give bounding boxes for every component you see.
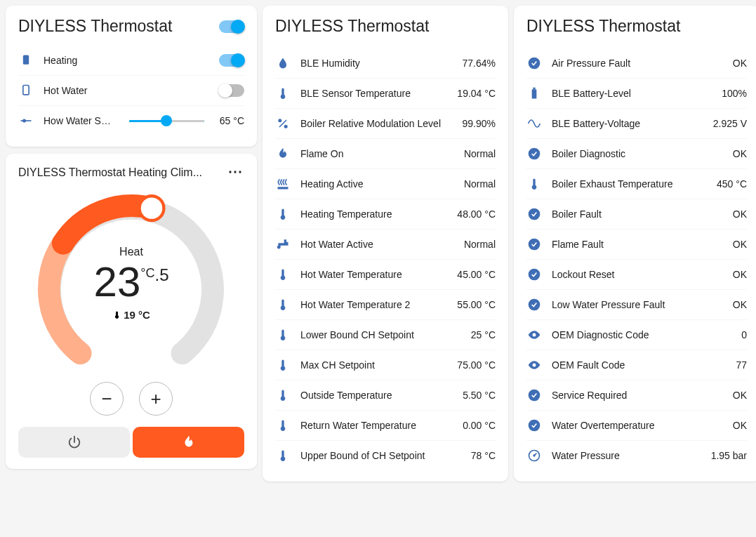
svg-point-19 <box>529 420 541 432</box>
sensor-row[interactable]: Water Pressure1.95 bar <box>526 440 747 470</box>
sensor-row[interactable]: BLE Battery-Level100% <box>526 78 747 108</box>
svg-rect-10 <box>533 88 535 90</box>
sensor-row[interactable]: BLE Humidity77.64% <box>275 48 496 78</box>
sensor-row[interactable]: Boiler FaultOK <box>526 199 747 229</box>
sensor-row[interactable]: BLE Sensor Temperature19.04 °C <box>275 78 496 108</box>
svg-point-5 <box>278 119 281 122</box>
sensor-row[interactable]: Boiler Exhaust Temperature450 °C <box>526 168 747 199</box>
slider-label: How Water Se... <box>44 115 114 126</box>
sensor-label: Boiler Relative Modulation Level <box>300 118 453 129</box>
device-filled-icon <box>18 53 34 68</box>
check-icon <box>526 387 542 403</box>
sensor-label: Max CH Setpoint <box>300 359 447 371</box>
sensor-row[interactable]: Max CH Setpoint75.00 °C <box>275 350 496 380</box>
svg-point-21 <box>533 454 535 456</box>
sensor-row[interactable]: OEM Diagnostic Code0 <box>526 319 747 350</box>
sensor-label: Heating Temperature <box>300 208 447 220</box>
sensor-value: 99.90% <box>463 118 496 129</box>
check-icon <box>526 146 542 161</box>
sensor-label: Flame Fault <box>552 239 723 250</box>
sensor-label: Flame On <box>300 148 454 159</box>
sensor-value: 77.64% <box>463 58 496 69</box>
hotwater-toggle[interactable] <box>219 84 244 97</box>
svg-point-16 <box>533 333 536 337</box>
sensor-label: Outside Temperature <box>300 390 453 401</box>
sensor-row[interactable]: Water OvertemperatureOK <box>526 410 747 440</box>
device-outline-icon <box>18 83 34 98</box>
switch-row: Hot Water <box>18 75 244 105</box>
sensor-row[interactable]: Upper Bound of CH Setpoint78 °C <box>275 440 496 470</box>
sensor-value: 450 °C <box>717 178 747 190</box>
power-mode-button[interactable] <box>18 427 130 458</box>
sensor-label: Water Pressure <box>552 450 701 461</box>
heating-toggle[interactable] <box>219 54 244 67</box>
sensor-row[interactable]: Return Water Temperature0.00 °C <box>275 410 496 440</box>
sensor-row[interactable]: Hot Water ActiveNormal <box>275 229 496 259</box>
master-toggle[interactable] <box>219 20 244 33</box>
sensor-label: Air Pressure Fault <box>552 58 723 69</box>
slider-value: 65 °C <box>220 115 244 126</box>
percent-icon <box>275 116 291 131</box>
sensor-value: OK <box>733 239 747 250</box>
sensor-value: OK <box>733 299 747 310</box>
sensor-row[interactable]: Lockout ResetOK <box>526 259 747 289</box>
flame-icon <box>275 146 291 161</box>
check-icon <box>526 55 542 71</box>
sensor-label: Water Overtemperature <box>552 420 723 431</box>
slider-icon <box>18 113 34 128</box>
sensor-value: OK <box>733 208 747 220</box>
battery-icon <box>526 86 542 101</box>
heat-mode-button[interactable] <box>133 427 244 458</box>
sensor-row[interactable]: BLE Battery-Voltage2.925 V <box>526 108 747 138</box>
sensor-value: 2.925 V <box>713 118 747 129</box>
sensor-value: 25 °C <box>471 329 496 340</box>
check-icon <box>526 206 542 222</box>
sensor-value: OK <box>733 420 747 431</box>
therm-icon <box>275 357 291 373</box>
sensor-row[interactable]: Boiler DiagnosticOK <box>526 138 747 168</box>
sensor-row[interactable]: Heating ActiveNormal <box>275 168 496 199</box>
sensor-value: OK <box>733 390 747 401</box>
climate-title: DIYLESS Thermostat Heating Clim... <box>18 166 202 179</box>
sensor-row[interactable]: Service RequiredOK <box>526 380 747 410</box>
sensor-row[interactable]: OEM Fault Code77 <box>526 350 747 380</box>
sensor-label: Boiler Diagnostic <box>552 148 723 159</box>
sensor-value: 19.04 °C <box>457 88 496 99</box>
sensor-row[interactable]: Lower Bound CH Setpoint25 °C <box>275 319 496 350</box>
sensor-row[interactable]: Hot Water Temperature 255.00 °C <box>275 289 496 319</box>
sensor-label: Lower Bound CH Setpoint <box>300 329 461 340</box>
more-icon[interactable]: ⋮ <box>227 165 244 180</box>
sensor-value: 48.00 °C <box>457 208 496 220</box>
sensor-row[interactable]: Outside Temperature5.50 °C <box>275 380 496 410</box>
therm-icon <box>275 297 291 312</box>
card-title: DIYLESS Thermostat <box>275 17 496 36</box>
sensor-row[interactable]: Air Pressure FaultOK <box>526 48 747 78</box>
sensor-row[interactable]: Boiler Relative Modulation Level99.90% <box>275 108 496 138</box>
sensor-label: OEM Diagnostic Code <box>552 329 731 340</box>
eye-icon <box>526 357 542 373</box>
sensor-label: Return Water Temperature <box>300 420 453 431</box>
hotwater-slider[interactable] <box>129 120 204 122</box>
svg-rect-9 <box>532 89 537 98</box>
switch-label: Hot Water <box>44 85 209 96</box>
faucet-icon <box>275 237 291 252</box>
sensor-label: Low Water Pressure Fault <box>552 299 723 310</box>
sensor-row[interactable]: Flame FaultOK <box>526 229 747 259</box>
svg-point-13 <box>529 239 541 251</box>
sensor-row[interactable]: Flame OnNormal <box>275 138 496 168</box>
sensor-label: Service Required <box>552 390 723 401</box>
sensor-row[interactable]: Heating Temperature48.00 °C <box>275 199 496 229</box>
sensor-value: 0 <box>741 329 747 340</box>
therm-icon <box>275 448 291 463</box>
temperature-dial[interactable]: Heat 23°C.5 19 °C <box>29 185 233 389</box>
therm-icon <box>275 327 291 343</box>
svg-point-8 <box>529 58 541 69</box>
sensor-label: Lockout Reset <box>552 269 723 280</box>
sensor-row[interactable]: Hot Water Temperature45.00 °C <box>275 259 496 289</box>
sine-icon <box>526 116 542 131</box>
check-icon <box>526 418 542 433</box>
sensor-row[interactable]: Low Water Pressure FaultOK <box>526 289 747 319</box>
radiator-icon <box>275 176 291 192</box>
svg-point-15 <box>529 299 541 311</box>
svg-point-4 <box>140 196 164 220</box>
